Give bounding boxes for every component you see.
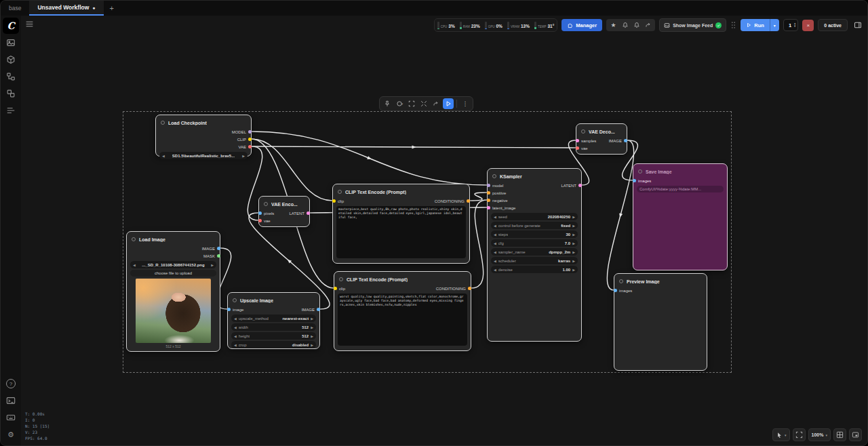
widget-crop[interactable]: ◀cropdisabled▶ [231, 341, 316, 348]
show-image-feed-button[interactable]: Show Image Feed [659, 18, 726, 32]
frame-icon[interactable] [406, 98, 417, 109]
zoom-level-dropdown[interactable]: 100% ▾ [808, 428, 831, 441]
clip_negative-conditioning-output-port[interactable]: CONDITIONING [436, 287, 471, 291]
widget-sampler-name[interactable]: ◀sampler_namedpmpp_2m▶ [491, 248, 578, 256]
save_image-images-input-port[interactable]: images [633, 179, 651, 183]
load_image-image-output-port[interactable]: IMAGE [202, 247, 220, 251]
widget-prompt-text[interactable]: masterpiece,best quality,8k,raw photo,ph… [336, 206, 466, 258]
menu-icon[interactable] [25, 19, 34, 28]
bypass-icon[interactable] [431, 98, 441, 109]
preview_image-images-input-port[interactable]: images [614, 289, 632, 293]
vae_encode-pixels-input-port[interactable]: pixels [258, 211, 274, 216]
toggle-panel-button[interactable] [852, 20, 863, 31]
widget-filename-prefix[interactable]: ComfyUI/%date:yyyy-%date:MM... [637, 186, 724, 192]
upscale_image-image-output-port[interactable]: IMAGE [302, 308, 320, 312]
node-canvas[interactable]: Load CheckpointMODELCLIPVAE◀SD1.5\beauti… [1, 16, 867, 445]
load_checkpoint-vae-output-port[interactable]: VAE [238, 145, 252, 149]
widget-width[interactable]: ◀width512▶ [231, 323, 316, 331]
widget-height[interactable]: ◀height512▶ [231, 332, 316, 340]
minimap-button[interactable] [849, 428, 862, 441]
batch-count-input[interactable]: 1 ▴▾ [783, 19, 798, 31]
vae_encode-latent-output-port[interactable]: LATENT [289, 211, 310, 216]
model-library-icon[interactable] [5, 54, 16, 65]
drag-handle-icon[interactable] [730, 21, 736, 29]
manager-button[interactable]: Manager [561, 19, 602, 31]
ksampler-latent-output-port[interactable]: LATENT [561, 184, 582, 188]
toggle-grid-button[interactable] [833, 428, 846, 441]
share-icon[interactable] [643, 20, 653, 31]
more-options-icon[interactable]: ⋮ [460, 98, 471, 109]
node-clip_positive[interactable]: CLIP Text Encode (Prompt)clipCONDITIONIN… [332, 184, 470, 264]
ksampler-model-input-port[interactable]: model [487, 184, 503, 188]
widget-control-before-generate[interactable]: ◀control before generatefixed▶ [491, 222, 578, 229]
run-button[interactable]: Run [741, 22, 770, 28]
link-clip_positive.CONDITIONING-to-ksampler.positive[interactable] [470, 192, 487, 201]
star-icon[interactable]: ★ [608, 20, 618, 31]
tab-unsaved-workflow[interactable]: Unsaved Workflow ● [29, 1, 103, 16]
load_image-mask-output-port[interactable]: MASK [203, 254, 220, 258]
vae_decode-image-output-port[interactable]: IMAGE [609, 139, 627, 143]
upscale_image-image-input-port[interactable]: image [227, 308, 243, 312]
link-load_checkpoint.CLIP-to-clip_positive.clip[interactable] [252, 139, 332, 201]
fit-view-button[interactable] [793, 428, 806, 441]
node-clip_negative[interactable]: CLIP Text Encode (Prompt)clipCONDITIONIN… [334, 271, 471, 351]
node-preview_image[interactable]: Preview Imageimages [614, 273, 707, 371]
node-upscale_image[interactable]: Upscale ImageimageIMAGE◀upscale_methodne… [227, 292, 320, 349]
terminal-icon[interactable] [5, 395, 16, 406]
widget-scheduler[interactable]: ◀schedulerkarras▶ [491, 257, 578, 264]
collapse-dot[interactable] [638, 169, 642, 174]
ksampler-latent_image-input-port[interactable]: latent_image [487, 206, 515, 210]
load_checkpoint-model-output-port[interactable]: MODEL [232, 130, 252, 134]
clip_negative-clip-input-port[interactable]: clip [334, 287, 345, 291]
widget-prompt-text[interactable]: worst quality,low quality,painting,sketc… [338, 293, 467, 346]
pin-icon[interactable] [382, 98, 393, 109]
vae_decode-vae-input-port[interactable]: vae [576, 146, 588, 150]
ksampler-positive-input-port[interactable]: positive [487, 191, 506, 195]
widget-denoise[interactable]: ◀denoise1.00▶ [491, 266, 578, 273]
cancel-button[interactable]: × [802, 20, 814, 31]
comfyui-logo[interactable]: C [3, 18, 19, 34]
batch-count-stepper[interactable]: ▴▾ [794, 22, 795, 28]
cursor-mode-button[interactable]: ▾ [772, 428, 790, 441]
widget-cfg[interactable]: ◀cfg7.0▶ [491, 239, 578, 247]
notifications-icon[interactable] [620, 20, 630, 31]
widget-value[interactable]: ◀..._SD_R_10108-3086744152.png▶ [130, 261, 216, 268]
node-library-icon[interactable] [5, 71, 16, 82]
queue-icon[interactable] [5, 105, 16, 116]
collapse-dot[interactable] [619, 279, 623, 283]
collapse-dot[interactable] [161, 121, 165, 125]
tab-base[interactable]: base [1, 1, 29, 16]
link-clip_negative.CONDITIONING-to-ksampler.negative[interactable] [471, 200, 487, 288]
run-options-chevron-icon[interactable]: ▾ [770, 23, 779, 28]
vae_decode-samples-input-port[interactable]: samples [576, 139, 596, 143]
widget-steps[interactable]: ◀steps30▶ [491, 230, 578, 238]
load_checkpoint-clip-output-port[interactable]: CLIP [237, 138, 252, 142]
collapse-dot[interactable] [339, 277, 343, 281]
new-tab-button[interactable]: + [104, 1, 120, 16]
help-icon[interactable]: ? [5, 378, 16, 389]
alerts-icon[interactable] [631, 20, 642, 31]
cursor-mode-chevron-icon[interactable]: ▾ [785, 433, 787, 437]
node-load_image[interactable]: Load ImageIMAGEMASK◀..._SD_R_10108-30867… [126, 231, 220, 352]
collapse-icon[interactable] [418, 98, 429, 109]
widget-upscale-method[interactable]: ◀upscale_methodnearest-exact▶ [231, 315, 316, 322]
collapse-dot[interactable] [581, 129, 585, 134]
node-vae_decode[interactable]: VAE Deco...samplesIMAGEvae [576, 123, 627, 155]
widget-seed[interactable]: ◀seed2020840250▶ [491, 213, 578, 220]
node-vae_encode[interactable]: VAE Enco...pixelsLATENTvae [258, 196, 310, 227]
node-load_checkpoint[interactable]: Load CheckpointMODELCLIPVAE◀SD1.5\beauti… [155, 115, 252, 157]
keybindings-icon[interactable] [5, 412, 16, 423]
settings-icon[interactable]: ⚙ [5, 429, 16, 440]
color-picker-icon[interactable]: ▾ [394, 98, 405, 109]
ksampler-negative-input-port[interactable]: negative [487, 199, 508, 203]
clip_positive-conditioning-output-port[interactable]: CONDITIONING [435, 199, 470, 203]
collapse-dot[interactable] [492, 174, 496, 178]
workflows-icon[interactable] [5, 88, 16, 99]
clip_positive-clip-input-port[interactable]: clip [332, 199, 344, 203]
collapse-dot[interactable] [233, 298, 237, 302]
node-save_image[interactable]: Save ImageimagesComfyUI/%date:yyyy-%date… [633, 163, 728, 270]
collapse-dot[interactable] [264, 202, 268, 206]
vae_encode-vae-input-port[interactable]: vae [258, 219, 271, 223]
widget-upload-button[interactable]: choose file to upload [130, 270, 216, 277]
gallery-icon[interactable] [5, 37, 16, 48]
